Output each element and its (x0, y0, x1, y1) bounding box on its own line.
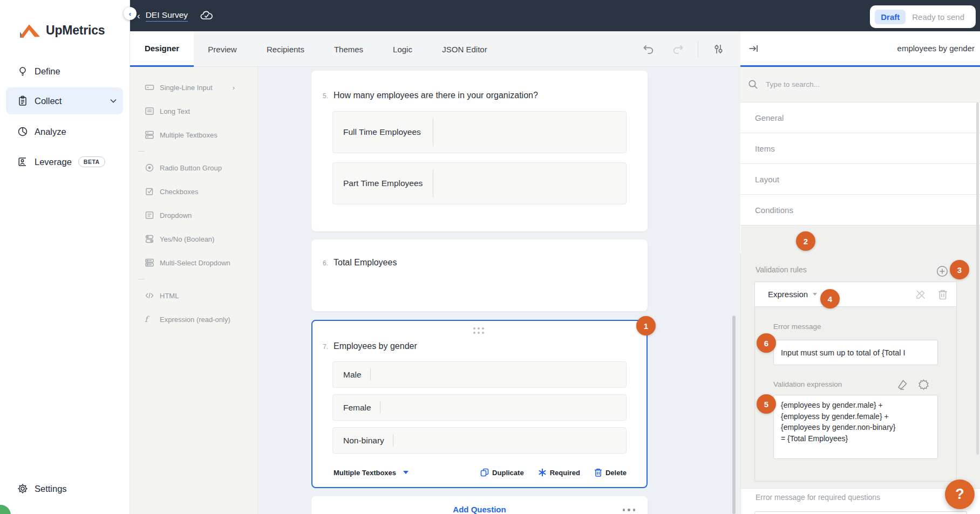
textbox-input[interactable] (433, 163, 626, 204)
drag-handle-icon[interactable] (473, 327, 484, 334)
required-error-input[interactable] (754, 511, 967, 514)
toolbox-item-checkboxes[interactable]: Checkboxes (130, 180, 257, 203)
panel-section-general[interactable]: General (740, 102, 980, 133)
question-title[interactable]: Total Employees (334, 258, 397, 268)
question-footer: Multiple Textboxes Duplicate Required (312, 467, 646, 478)
trash-icon (594, 468, 602, 477)
validation-rules-label: Validation rules (756, 265, 807, 274)
panel-section-items[interactable]: Items (740, 133, 980, 164)
canvas-scrollbar[interactable] (732, 316, 736, 514)
search-input[interactable] (765, 80, 916, 89)
add-question-card: Add Question (311, 496, 648, 514)
survey-settings-icon[interactable] (709, 40, 727, 58)
collapse-panel-icon[interactable] (748, 43, 759, 54)
checkboxes-icon (145, 187, 154, 196)
chevron-right-icon[interactable]: › (233, 84, 235, 92)
sidebar-collapse-button[interactable]: ‹ (124, 7, 137, 20)
chat-bubble-peek[interactable] (0, 505, 11, 514)
toolbox-item-html[interactable]: HTML (130, 284, 257, 307)
tab-themes[interactable]: Themes (334, 31, 363, 67)
clear-expression-icon[interactable] (896, 379, 908, 391)
edit-disabled-icon (915, 289, 926, 300)
toolbox-item-multi-select-dropdown[interactable]: Multi-Select Dropdown (130, 251, 257, 275)
delete-button[interactable]: Delete (594, 468, 627, 477)
rule-type-dropdown[interactable]: Expression (768, 290, 808, 299)
tab-logic[interactable]: Logic (393, 31, 412, 67)
toolbox-item-radio-button-group[interactable]: Radio Button Group (130, 156, 257, 180)
survey-title[interactable]: DEI Survey (146, 10, 188, 22)
tab-json-editor[interactable]: JSON Editor (442, 31, 487, 67)
status-ready-to-send[interactable]: Ready to send (906, 10, 971, 24)
multiple-textboxes-icon (145, 130, 154, 140)
textbox-label: Male (343, 368, 362, 381)
toolbox-item-long-text[interactable]: Long Text (130, 99, 257, 123)
tab-recipients[interactable]: Recipients (267, 31, 304, 67)
required-button[interactable]: Required (538, 468, 580, 477)
tab-designer[interactable]: Designer (130, 31, 194, 67)
question-title[interactable]: How many employees are there in your org… (334, 91, 538, 100)
question-card-7-selected[interactable]: 7. Employees by gender Male Female Non-b… (311, 320, 648, 488)
sidebar-item-leverage[interactable]: Leverage BETA (0, 148, 130, 175)
cloud-saved-icon (200, 10, 214, 22)
toolbox-item-dropdown[interactable]: Dropdown (130, 203, 257, 227)
panel-section-conditions[interactable]: Conditions (740, 195, 980, 225)
expression-function-icon: f (145, 314, 154, 324)
textbox-input[interactable] (393, 428, 626, 453)
question-type-dropdown[interactable]: Multiple Textboxes (334, 469, 409, 477)
top-navbar: ‹ DEI Survey Draft Ready to send (130, 0, 980, 31)
panel-section-layout[interactable]: Layout (740, 164, 980, 195)
delete-rule-icon[interactable] (938, 289, 948, 300)
sidebar: UpMetrics Define Collect (0, 0, 130, 514)
undo-button[interactable] (639, 40, 657, 58)
sidebar-item-settings[interactable]: Settings (0, 475, 130, 502)
rule-header: Expression (755, 282, 956, 307)
help-button[interactable]: ? (945, 479, 975, 509)
duplicate-button[interactable]: Duplicate (480, 468, 524, 477)
question-number: 7. (323, 343, 328, 351)
toolbox-item-single-line-input[interactable]: Single-Line Input › (130, 76, 257, 99)
brand-name: UpMetrics (46, 23, 105, 38)
textbox-input[interactable] (371, 362, 626, 387)
gear-icon (17, 483, 28, 494)
status-draft[interactable]: Draft (875, 10, 906, 24)
add-rule-button[interactable] (936, 265, 948, 277)
expression-builder-icon[interactable] (917, 379, 930, 391)
question-number: 6. (323, 259, 328, 267)
annotation-badge-4: 4 (820, 289, 840, 309)
redo-button[interactable] (669, 40, 688, 58)
sidebar-item-define[interactable]: Define (0, 58, 130, 85)
toolbox-item-yes-no[interactable]: Yes/No (Boolean) (130, 227, 257, 251)
panel-scrollbar[interactable] (976, 102, 979, 455)
person-badge-icon (17, 156, 28, 167)
toolbox-item-expression[interactable]: f Expression (read-only) (130, 307, 257, 331)
error-message-input[interactable] (773, 340, 938, 365)
question-title[interactable]: Employees by gender (334, 341, 417, 351)
clipboard-icon (17, 95, 28, 106)
annotation-badge-6: 6 (757, 333, 776, 353)
textbox-input[interactable] (380, 395, 626, 420)
question-card-6[interactable]: 6. Total Employees (311, 239, 648, 311)
validation-expression-textarea[interactable]: {employees by gender.male} + {employess … (773, 395, 938, 459)
add-question-button[interactable]: Add Question (311, 505, 648, 514)
lightbulb-icon (17, 66, 28, 77)
sidebar-item-collect[interactable]: Collect (0, 87, 130, 114)
tab-preview[interactable]: Preview (208, 31, 236, 67)
more-options-icon[interactable] (623, 509, 636, 511)
textbox-label: Non-binary (343, 434, 384, 447)
textbox-label: Part Time Employees (343, 177, 424, 190)
toolbox-item-multiple-textboxes[interactable]: Multiple Textboxes (130, 123, 257, 147)
pie-chart-icon (17, 126, 28, 137)
annotation-badge-3: 3 (950, 260, 969, 279)
chevron-down-icon (813, 293, 817, 296)
toolbox-divider (138, 151, 145, 152)
panel-question-title: employees by gender (897, 44, 975, 53)
textbox-input[interactable] (433, 112, 626, 153)
sidebar-item-analyze[interactable]: Analyze (0, 118, 130, 145)
required-error-label: Error message for required questions (756, 493, 880, 502)
back-icon[interactable]: ‹ (137, 11, 140, 20)
question-card-5[interactable]: 5. How many employees are there in your … (311, 71, 648, 231)
single-line-input-icon (145, 83, 154, 92)
textbox-label: Full Time Employees (343, 126, 424, 139)
status-toggle[interactable]: Draft Ready to send (870, 5, 976, 28)
textbox-label: Female (343, 401, 371, 414)
